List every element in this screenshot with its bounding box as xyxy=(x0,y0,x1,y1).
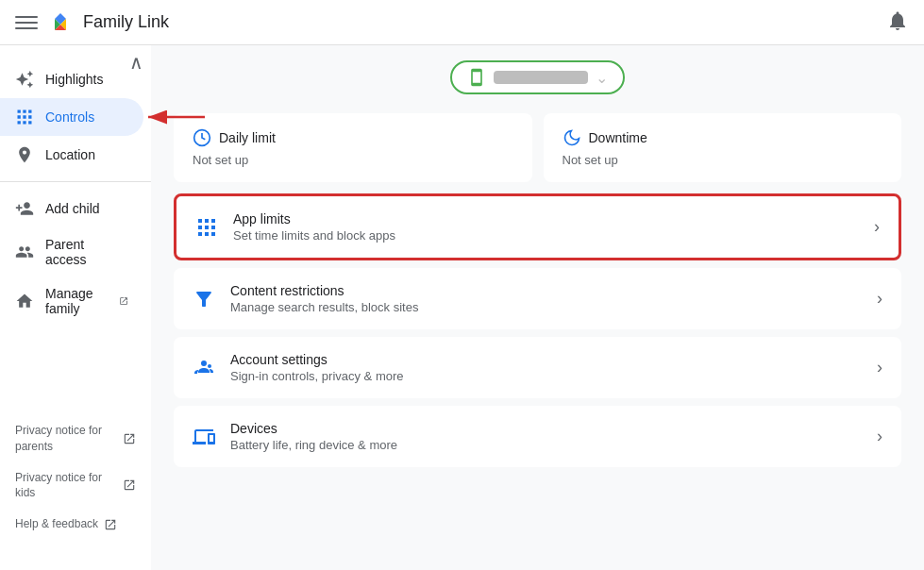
sidebar-item-manage-family[interactable]: Manage family xyxy=(0,277,143,326)
child-chip-name xyxy=(494,71,588,84)
cards-row: Daily limit Not set up Downtime Not set … xyxy=(174,113,901,182)
account-icon xyxy=(193,357,215,379)
clock-icon xyxy=(193,128,211,147)
devices-subtitle: Battery life, ring device & more xyxy=(230,438,862,452)
sidebar-item-manage-family-label: Manage family xyxy=(45,286,108,316)
content-restrictions-chevron-icon: › xyxy=(877,289,882,309)
app-bar: Family Link xyxy=(0,0,924,45)
controls-arrow xyxy=(143,103,210,131)
sidebar-item-highlights[interactable]: Highlights xyxy=(0,60,143,98)
main-layout: ∧ Highlights Controls xyxy=(0,45,924,570)
content-restrictions-subtitle: Manage search results, block sites xyxy=(230,300,862,314)
app-limits-icon xyxy=(195,216,218,239)
filter-icon xyxy=(193,288,215,310)
privacy-kids-label: Privacy notice for kids xyxy=(15,470,117,502)
content-restrictions-text: Content restrictions Manage search resul… xyxy=(230,283,862,314)
sidebar-item-location[interactable]: Location xyxy=(0,136,143,174)
content-restrictions-item[interactable]: Content restrictions Manage search resul… xyxy=(174,268,901,329)
account-settings-title: Account settings xyxy=(230,352,862,367)
privacy-parents-label: Privacy notice for parents xyxy=(15,423,117,455)
devices-chevron-icon: › xyxy=(877,427,882,446)
app-limits-chevron-icon: › xyxy=(874,217,880,237)
hamburger-icon[interactable] xyxy=(15,11,38,34)
sidebar-item-location-label: Location xyxy=(45,147,95,162)
bell-icon[interactable] xyxy=(886,9,909,32)
daily-limit-header: Daily limit xyxy=(193,128,513,147)
devices-text: Devices Battery life, ring device & more xyxy=(230,421,862,452)
child-chip-container: ⌄ xyxy=(174,60,901,94)
sidebar-item-controls-label: Controls xyxy=(45,109,94,125)
people-icon xyxy=(15,243,34,261)
app-limits-subtitle: Set time limits and block apps xyxy=(233,228,859,243)
sidebar-nav: Highlights Controls xyxy=(0,60,151,326)
person-add-icon xyxy=(15,199,34,218)
daily-limit-title: Daily limit xyxy=(219,130,276,145)
downtime-title: Downtime xyxy=(589,130,647,145)
moon-icon xyxy=(563,128,581,147)
content-area: ⌄ Daily limit Not set up xyxy=(151,45,924,570)
sidebar-divider-1 xyxy=(0,181,151,182)
privacy-kids-link[interactable]: Privacy notice for kids xyxy=(15,470,136,502)
downtime-subtitle: Not set up xyxy=(563,153,883,167)
app-bar-left: Family Link xyxy=(15,11,169,34)
app-logo xyxy=(49,11,72,34)
devices-icon xyxy=(193,426,215,448)
account-settings-text: Account settings Sign-in controls, priva… xyxy=(230,352,862,383)
devices-title: Devices xyxy=(230,421,862,436)
grid-icon xyxy=(15,108,34,126)
child-chip[interactable]: ⌄ xyxy=(450,60,625,94)
star-icon xyxy=(15,70,34,89)
app-bar-right xyxy=(886,9,909,36)
privacy-parents-link[interactable]: Privacy notice for parents xyxy=(15,423,136,455)
sidebar-item-parent-access-label: Parent access xyxy=(45,237,128,267)
app-title: Family Link xyxy=(83,12,169,32)
downtime-header: Downtime xyxy=(563,128,883,147)
child-chip-chevron-icon: ⌄ xyxy=(596,69,608,87)
sidebar: ∧ Highlights Controls xyxy=(0,45,151,570)
sidebar-bottom: Privacy notice for parents Privacy notic… xyxy=(0,408,151,562)
app-limits-text: App limits Set time limits and block app… xyxy=(233,211,859,243)
child-chip-phone-icon xyxy=(467,68,486,87)
sidebar-item-add-child-label: Add child xyxy=(45,201,100,216)
home-icon xyxy=(15,292,34,310)
devices-item[interactable]: Devices Battery life, ring device & more… xyxy=(174,406,901,467)
account-settings-chevron-icon: › xyxy=(877,358,882,377)
app-limits-item[interactable]: App limits Set time limits and block app… xyxy=(174,193,901,260)
manage-family-external-icon xyxy=(119,294,128,308)
privacy-parents-external-icon xyxy=(123,432,136,445)
account-settings-subtitle: Sign-in controls, privacy & more xyxy=(230,369,862,383)
sidebar-item-highlights-label: Highlights xyxy=(45,72,103,87)
help-label: Help & feedback xyxy=(15,516,98,532)
account-settings-item[interactable]: Account settings Sign-in controls, priva… xyxy=(174,337,901,398)
sidebar-item-controls[interactable]: Controls xyxy=(0,98,143,136)
privacy-kids-external-icon xyxy=(123,478,136,492)
app-limits-title: App limits xyxy=(233,211,859,226)
location-icon xyxy=(15,145,34,164)
daily-limit-card[interactable]: Daily limit Not set up xyxy=(174,113,532,182)
content-restrictions-title: Content restrictions xyxy=(230,283,862,298)
help-external-icon xyxy=(104,518,117,531)
sidebar-item-parent-access[interactable]: Parent access xyxy=(0,227,143,277)
help-link[interactable]: Help & feedback xyxy=(15,516,136,532)
sidebar-item-add-child[interactable]: Add child xyxy=(0,190,143,227)
daily-limit-subtitle: Not set up xyxy=(193,153,513,167)
downtime-card[interactable]: Downtime Not set up xyxy=(544,113,902,182)
